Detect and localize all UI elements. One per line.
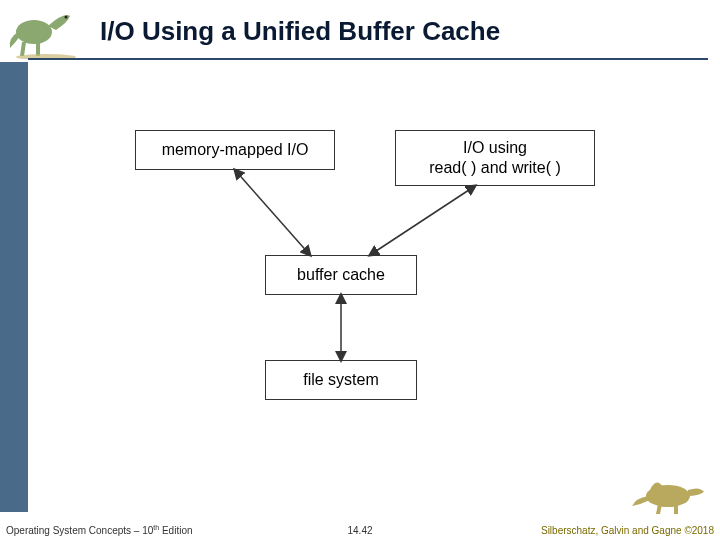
footer-copyright: Silberschatz, Galvin and Gagne ©2018 xyxy=(541,525,714,536)
svg-line-4 xyxy=(370,186,475,255)
node-label: buffer cache xyxy=(297,265,385,285)
svg-point-1 xyxy=(65,16,68,19)
node-label: memory-mapped I/O xyxy=(162,140,309,160)
footer-left: Operating System Concepts – 10th Edition xyxy=(6,524,193,536)
slide-title: I/O Using a Unified Buffer Cache xyxy=(100,16,500,47)
node-file-system: file system xyxy=(265,360,417,400)
node-io-read-write: I/O using read( ) and write( ) xyxy=(395,130,595,186)
unified-buffer-cache-diagram: memory-mapped I/O I/O using read( ) and … xyxy=(135,130,605,430)
footer-book-title-suffix: Edition xyxy=(159,525,192,536)
footer-page-number: 14.42 xyxy=(347,525,372,536)
node-label: I/O using read( ) and write( ) xyxy=(429,138,561,178)
header-dinosaur-icon xyxy=(6,2,86,60)
node-label: file system xyxy=(303,370,379,390)
title-underline xyxy=(28,58,708,60)
svg-point-0 xyxy=(16,20,52,44)
svg-line-3 xyxy=(235,170,310,255)
node-buffer-cache: buffer cache xyxy=(265,255,417,295)
footer-book-title-prefix: Operating System Concepts – 10 xyxy=(6,525,153,536)
footer-dinosaur-icon xyxy=(630,466,710,516)
slide-footer: Operating System Concepts – 10th Edition… xyxy=(0,516,720,540)
slide-sidebar xyxy=(0,62,28,512)
node-memory-mapped-io: memory-mapped I/O xyxy=(135,130,335,170)
